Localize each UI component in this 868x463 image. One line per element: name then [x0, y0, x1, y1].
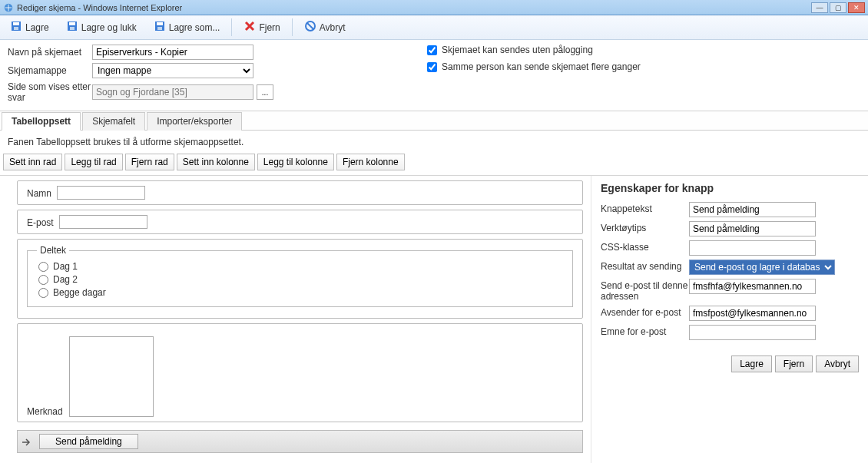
form-page-label: Side som vises etter svar: [8, 81, 92, 103]
props-cancel-button[interactable]: Avbryt: [816, 356, 859, 372]
anon-checkbox[interactable]: [427, 45, 437, 55]
emailto-input[interactable]: [689, 279, 816, 294]
maximize-button[interactable]: ▢: [830, 2, 846, 13]
toolbar-separator: [231, 18, 232, 36]
window-titlebar: Rediger skjema - Windows Internet Explor…: [0, 0, 868, 15]
save-close-button[interactable]: Lagre og lukk: [59, 17, 144, 38]
props-heading: Egenskaper for knapp: [601, 182, 859, 194]
save-close-label: Lagre og lukk: [81, 22, 137, 33]
save-button[interactable]: Lagre: [3, 17, 56, 38]
form-name-label: Navn på skjemaet: [8, 47, 92, 58]
props-save-button[interactable]: Lagre: [731, 356, 772, 372]
cancel-label: Avbryt: [320, 22, 346, 33]
emailto-label: Send e-post til denne adressen: [601, 279, 689, 302]
radio-dag1[interactable]: [38, 262, 48, 272]
properties-pane[interactable]: Egenskaper for knapp Knappetekst Verktøy…: [591, 176, 868, 463]
repeat-checkbox[interactable]: [427, 62, 437, 72]
css-input[interactable]: [689, 240, 816, 256]
main-split: Namn E-post Deltek Dag 1 Dag 2 Begge dag…: [0, 175, 868, 463]
notes-textarea[interactable]: [69, 336, 154, 417]
radio-dag2[interactable]: [38, 275, 48, 285]
preview-email-input[interactable]: [59, 215, 147, 229]
tab-description: Fanen Tabelloppsett brukes til å utforme…: [0, 131, 868, 154]
remove-col-button[interactable]: Fjern kolonne: [336, 154, 405, 170]
form-folder-select[interactable]: Ingen mappe: [92, 63, 253, 78]
add-row-button[interactable]: Legg til rad: [65, 154, 122, 170]
svg-rect-9: [157, 27, 162, 30]
save-label: Lagre: [25, 22, 49, 33]
close-button[interactable]: ✕: [848, 2, 865, 13]
arrow-icon: [22, 438, 31, 445]
browse-page-button[interactable]: ...: [257, 84, 273, 100]
window-controls: — ▢ ✕: [811, 2, 865, 13]
svg-rect-6: [70, 27, 75, 30]
btntext-input[interactable]: [689, 202, 816, 217]
tab-bar: Tabelloppsett Skjemafelt Importer/ekspor…: [0, 111, 868, 131]
anon-label: Skjemaet kan sendes uten pålogging: [442, 45, 593, 55]
svg-rect-8: [157, 22, 163, 25]
tooltip-label: Verktøytips: [601, 221, 689, 233]
save-icon: [66, 20, 78, 35]
toolbar-separator: [292, 18, 293, 36]
result-label: Resultat av sending: [601, 260, 689, 272]
cancel-button[interactable]: Avbryt: [297, 17, 353, 38]
main-toolbar: Lagre Lagre og lukk Lagre som... Fjern A…: [0, 15, 868, 40]
form-folder-label: Skjemamappe: [8, 65, 92, 76]
deltek-legend: Deltek: [37, 245, 69, 256]
form-name-input[interactable]: [92, 45, 253, 60]
preview-pane[interactable]: Namn E-post Deltek Dag 1 Dag 2 Begge dag…: [0, 176, 591, 463]
field-block-name[interactable]: Namn: [17, 180, 583, 205]
delete-icon: [244, 20, 256, 35]
subject-label: Emne for e-post: [601, 325, 689, 337]
radio-dag2-label: Dag 2: [53, 274, 78, 285]
cancel-icon: [304, 20, 316, 35]
sender-label: Avsender for e-post: [601, 306, 689, 318]
remove-row-button[interactable]: Fjern rad: [125, 154, 174, 170]
form-page-input: [92, 84, 253, 100]
table-button-bar: Sett inn rad Legg til rad Fjern rad Sett…: [0, 154, 868, 175]
minimize-button[interactable]: —: [811, 2, 828, 13]
save-as-button[interactable]: Lagre som...: [147, 17, 227, 38]
field-block-deltek[interactable]: Deltek Dag 1 Dag 2 Begge dagar: [17, 239, 583, 319]
remove-button[interactable]: Fjern: [237, 17, 287, 38]
tab-fields[interactable]: Skjemafelt: [82, 112, 145, 131]
tab-layout[interactable]: Tabelloppsett: [2, 112, 81, 131]
result-select[interactable]: Send e-post og lagre i database: [689, 260, 835, 275]
radio-dag1-label: Dag 1: [53, 261, 78, 272]
preview-name-input[interactable]: [57, 186, 145, 200]
notes-label: Merknad: [27, 406, 63, 417]
props-remove-button[interactable]: Fjern: [775, 356, 813, 372]
app-icon: [3, 2, 14, 13]
field-block-email[interactable]: E-post: [17, 210, 583, 234]
sender-input[interactable]: [689, 306, 816, 321]
insert-col-button[interactable]: Sett inn kolonne: [177, 154, 255, 170]
remove-label: Fjern: [259, 22, 280, 33]
window-title: Rediger skjema - Windows Internet Explor…: [17, 3, 182, 12]
props-actions: Lagre Fjern Avbryt: [601, 356, 859, 372]
repeat-label: Samme person kan sende skjemaet flere ga…: [442, 61, 641, 72]
save-icon: [154, 20, 166, 35]
svg-rect-3: [14, 27, 18, 30]
add-col-button[interactable]: Legg til kolonne: [257, 154, 334, 170]
btntext-label: Knappetekst: [601, 202, 689, 214]
form-header: Navn på skjemaet Skjemamappe Ingen mappe…: [0, 40, 868, 111]
radio-begge-label: Begge dagar: [53, 287, 106, 298]
svg-rect-2: [13, 22, 19, 25]
subject-input[interactable]: [689, 325, 816, 340]
css-label: CSS-klasse: [601, 240, 689, 253]
radio-begge[interactable]: [38, 288, 48, 298]
save-as-label: Lagre som...: [169, 22, 220, 33]
tooltip-input[interactable]: [689, 221, 816, 236]
submit-row[interactable]: Send påmelding: [17, 430, 583, 453]
field-block-notes[interactable]: Merknad: [17, 323, 583, 422]
insert-row-button[interactable]: Sett inn rad: [3, 154, 62, 170]
preview-name-label: Namn: [27, 188, 51, 199]
preview-email-label: E-post: [27, 217, 54, 228]
save-icon: [10, 20, 22, 35]
deltek-fieldset: Deltek Dag 1 Dag 2 Begge dagar: [27, 250, 573, 307]
preview-submit-button[interactable]: Send påmelding: [39, 434, 138, 449]
svg-rect-5: [69, 22, 75, 25]
tab-import[interactable]: Importer/eksporter: [147, 112, 242, 131]
